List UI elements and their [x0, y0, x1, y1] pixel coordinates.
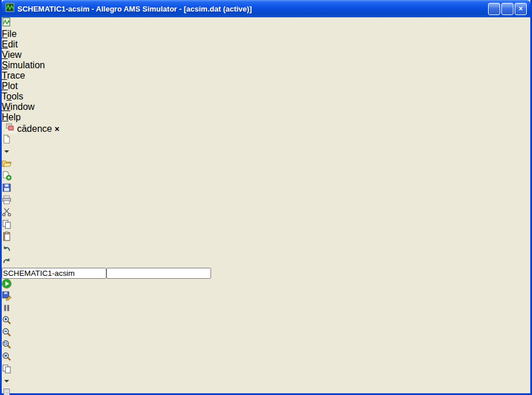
menu-tools[interactable]: Tools: [2, 91, 530, 102]
zoom-fit-icon: [2, 352, 12, 361]
menu-help[interactable]: Help: [2, 112, 530, 123]
title-bar: SCHEMATIC1-acsim - Allegro AMS Simulator…: [2, 0, 530, 17]
redo-arrow-icon: [2, 256, 12, 265]
minimize-button[interactable]: [488, 3, 500, 15]
simulation-profile-combobox[interactable]: [2, 268, 106, 279]
play-green-icon: [2, 279, 12, 289]
menu-bar: FileEditViewSimulationTracePlotToolsWind…: [2, 17, 530, 134]
run-simulation-button[interactable]: [2, 279, 530, 291]
open-folder-icon: [2, 158, 12, 168]
zoom-in-icon: [2, 315, 12, 325]
paste-button: [2, 231, 530, 243]
menu-edit[interactable]: Edit: [2, 39, 530, 50]
menu-simulation[interactable]: Simulation: [2, 60, 530, 71]
copy-display-button: [2, 364, 530, 376]
copy-pages-icon: [2, 219, 12, 229]
copy-display-dropdown: [2, 376, 530, 388]
zoom-out-button[interactable]: [2, 327, 530, 339]
printer-icon: [2, 195, 12, 205]
zoom-in-button[interactable]: [2, 315, 530, 327]
copy-pages-icon: [2, 364, 12, 374]
clipboard-icon: [2, 231, 12, 241]
document-waveform-icon: [2, 19, 11, 28]
new-page-icon: [2, 134, 12, 144]
zoom-area-icon: [2, 339, 12, 349]
app-icon: [5, 3, 14, 14]
new-simulation-profile-button[interactable]: [2, 171, 530, 183]
view-log-button: [2, 388, 530, 395]
menu-view[interactable]: View: [2, 50, 530, 60]
cadence-logo: cādence: [17, 124, 52, 134]
open-button[interactable]: [2, 158, 530, 171]
pause-icon: [2, 303, 12, 313]
zoom-area-button[interactable]: [2, 339, 530, 352]
new-dropdown[interactable]: [2, 146, 530, 158]
doc-plus-icon: [2, 171, 12, 180]
text-entry-input[interactable]: [106, 268, 211, 279]
scissors-icon: [2, 207, 12, 217]
workspace-settings-button[interactable]: [5, 124, 17, 134]
probe-toolbar: Y!FFTXf(x)ABCabc: [2, 315, 530, 395]
chevron-down-icon: [2, 376, 12, 386]
chevron-down-icon: [2, 146, 12, 156]
undo-arrow-icon: [2, 243, 12, 253]
redo-button: [2, 256, 530, 268]
disk-pencil-icon: [2, 291, 12, 301]
pause-button: [2, 303, 530, 315]
zoom-out-icon: [2, 327, 12, 337]
mdi-close-button[interactable]: ×: [54, 124, 59, 134]
save-button: [2, 183, 530, 195]
new-button[interactable]: [2, 134, 530, 146]
log-doc-icon: [2, 388, 12, 395]
undo-button: [2, 243, 530, 256]
print-button: [2, 195, 530, 207]
menu-trace[interactable]: Trace: [2, 71, 530, 81]
menu-file[interactable]: File: [2, 29, 530, 39]
window-title: SCHEMATIC1-acsim - Allegro AMS Simulator…: [17, 5, 485, 13]
close-button[interactable]: ×: [515, 3, 527, 15]
menu-window[interactable]: Window: [2, 102, 530, 112]
menu-plot[interactable]: Plot: [2, 81, 530, 91]
edit-profile-button: [2, 291, 530, 303]
save-disk-icon: [2, 183, 12, 193]
app-window: SCHEMATIC1-acsim - Allegro AMS Simulator…: [0, 0, 532, 395]
cut-button: [2, 207, 530, 219]
zoom-fit-button[interactable]: [2, 352, 530, 364]
copy-button: [2, 219, 530, 231]
standard-toolbar: [2, 134, 530, 315]
maximize-button[interactable]: [501, 3, 513, 15]
